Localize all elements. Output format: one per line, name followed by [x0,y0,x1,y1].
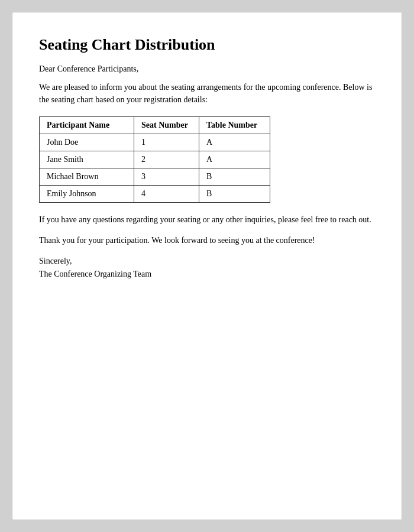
cell-seat-number: 4 [134,186,199,203]
header-seat-number: Seat Number [134,117,199,134]
page-title: Seating Chart Distribution [39,36,375,54]
cell-seat-number: 1 [134,134,199,151]
closing-line1: Sincerely, [39,257,72,265]
closing-line2: The Conference Organizing Team [39,270,151,278]
table-row: Jane Smith2A [40,151,270,168]
cell-participant-name: Emily Johnson [40,186,134,203]
footer-note-text: If you have any questions regarding your… [39,213,375,226]
cell-participant-name: Jane Smith [40,151,134,168]
table-header-row: Participant Name Seat Number Table Numbe… [40,117,270,134]
table-row: Michael Brown3B [40,168,270,186]
header-participant-name: Participant Name [40,117,134,134]
cell-table-number: A [199,134,270,151]
intro-text: We are pleased to inform you about the s… [39,81,375,106]
table-row: John Doe1A [40,134,270,151]
cell-table-number: A [199,151,270,168]
cell-participant-name: John Doe [40,134,134,151]
salutation-text: Dear Conference Participants, [39,64,375,74]
cell-table-number: B [199,186,270,203]
cell-seat-number: 2 [134,151,199,168]
closing-block: Sincerely, The Conference Organizing Tea… [39,255,375,281]
table-row: Emily Johnson4B [40,186,270,203]
cell-seat-number: 3 [134,168,199,186]
thank-you-text: Thank you for your participation. We loo… [39,234,375,246]
cell-table-number: B [199,168,270,186]
header-table-number: Table Number [199,117,270,134]
cell-participant-name: Michael Brown [40,168,134,186]
document-page: Seating Chart Distribution Dear Conferen… [12,12,402,520]
seating-chart-table: Participant Name Seat Number Table Numbe… [39,116,270,203]
